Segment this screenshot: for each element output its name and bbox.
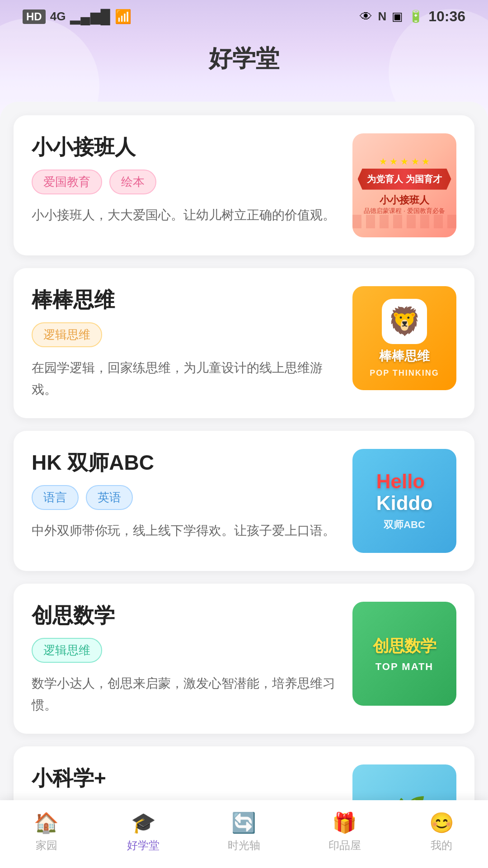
card-desc-popthink: 在园学逻辑，回家练思维，为儿童设计的线上思维游戏。 bbox=[32, 357, 339, 400]
study-icon: 🎓 bbox=[131, 811, 156, 835]
card-info-kiddo: HK 双师ABC 语言 英语 中外双师带你玩，线上线下学得欢。让孩子爱上口语。 bbox=[32, 449, 339, 542]
status-right: 👁 N ▣ 🔋 10:36 bbox=[360, 8, 465, 25]
status-time: 10:36 bbox=[428, 8, 465, 25]
star-row: ★ ★ ★ ★ ★ bbox=[379, 156, 430, 167]
nav-item-study[interactable]: 🎓 好学堂 bbox=[127, 811, 160, 853]
tag-luoji-math: 逻辑思维 bbox=[32, 638, 102, 663]
banner-ribbon: 为党育人 为国育才 bbox=[358, 169, 451, 190]
kiddo-text: Kiddo bbox=[376, 492, 433, 514]
status-bar: HD 4G ▂▄▆█ 📶 👁 N ▣ 🔋 10:36 bbox=[0, 0, 488, 29]
kiddo-sub: 双师ABC bbox=[384, 518, 425, 532]
home-icon: 🏠 bbox=[34, 811, 59, 835]
course-card-topmath[interactable]: 创思数学 逻辑思维 数学小达人，创思来启蒙，激发心智潜能，培养思维习惯。 创思数… bbox=[14, 584, 474, 734]
card-info-topmath: 创思数学 逻辑思维 数学小达人，创思来启蒙，激发心智潜能，培养思维习惯。 bbox=[32, 602, 339, 716]
nav-item-mine[interactable]: 😊 我的 bbox=[429, 811, 454, 853]
tag-luoji: 逻辑思维 bbox=[32, 322, 102, 347]
battery-icon: 🔋 bbox=[408, 9, 423, 24]
tag-aiguojiao: 爱国教育 bbox=[32, 170, 102, 194]
card-tags-topmath: 逻辑思维 bbox=[32, 638, 339, 663]
course-card-kiddo[interactable]: HK 双师ABC 语言 英语 中外双师带你玩，线上线下学得欢。让孩子爱上口语。 … bbox=[14, 431, 474, 571]
course-card-xiaojie[interactable]: 小小接班人 爱国教育 绘本 小小接班人，大大爱国心。让幼儿树立正确的价值观。 ★… bbox=[14, 115, 474, 255]
greatwall-decoration bbox=[352, 215, 456, 228]
network-badge: 4G bbox=[50, 9, 66, 24]
card-info-xiaojie: 小小接班人 爱国教育 绘本 小小接班人，大大爱国心。让幼儿树立正确的价值观。 bbox=[32, 133, 339, 226]
card-desc-topmath: 数学小达人，创思来启蒙，激发心智潜能，培养思维习惯。 bbox=[32, 673, 339, 716]
xiaojie-main-text: 小小接班人 bbox=[380, 193, 429, 207]
topmath-title: 创思数学 bbox=[373, 635, 436, 657]
nav-label-mine: 我的 bbox=[431, 838, 452, 853]
nav-item-home[interactable]: 🏠 家园 bbox=[34, 811, 59, 853]
timeline-icon: 🔄 bbox=[231, 811, 256, 835]
nav-label-study: 好学堂 bbox=[127, 838, 160, 853]
nav-item-timeline[interactable]: 🔄 时光轴 bbox=[228, 811, 260, 853]
card-title-xiaojie: 小小接班人 bbox=[32, 133, 339, 161]
tag-huiben: 绘本 bbox=[109, 170, 156, 194]
card-title-topmath: 创思数学 bbox=[32, 602, 339, 630]
xiaojie-sub-text: 品德启蒙课程 · 爱国教育必备 bbox=[364, 207, 445, 215]
card-desc-xiaojie: 小小接班人，大大爱国心。让幼儿树立正确的价值观。 bbox=[32, 204, 339, 226]
card-image-topmath: 创思数学 TOP MATH bbox=[352, 602, 456, 706]
course-card-popthink[interactable]: 棒棒思维 逻辑思维 在园学逻辑，回家练思维，为儿童设计的线上思维游戏。 🦁 棒棒… bbox=[14, 268, 474, 418]
card-tags-kiddo: 语言 英语 bbox=[32, 485, 339, 510]
bottom-nav: 🏠 家园 🎓 好学堂 🔄 时光轴 🎁 印品屋 😊 我的 bbox=[0, 800, 488, 868]
nav-item-shop[interactable]: 🎁 印品屋 bbox=[328, 811, 361, 853]
nav-label-timeline: 时光轴 bbox=[228, 838, 260, 853]
card-image-kiddo: Hello Kiddo 双师ABC bbox=[352, 449, 456, 553]
nfc-icon: N bbox=[378, 9, 386, 24]
topmath-sub: TOP MATH bbox=[375, 661, 433, 673]
card-desc-kiddo: 中外双师带你玩，线上线下学得欢。让孩子爱上口语。 bbox=[32, 520, 339, 542]
eye-icon: 👁 bbox=[360, 9, 372, 24]
mine-icon: 😊 bbox=[429, 811, 454, 835]
popthink-title: 棒棒思维 bbox=[379, 348, 430, 365]
card-info-popthink: 棒棒思维 逻辑思维 在园学逻辑，回家练思维，为儿童设计的线上思维游戏。 bbox=[32, 286, 339, 400]
signal-icon: ▂▄▆█ bbox=[70, 9, 110, 24]
card-image-popthink: 🦁 棒棒思维 POP THINKING bbox=[352, 286, 456, 390]
shop-icon: 🎁 bbox=[332, 811, 357, 835]
status-left: HD 4G ▂▄▆█ 📶 bbox=[23, 9, 131, 24]
card-title-science: 小科学+ bbox=[32, 764, 339, 793]
nav-label-shop: 印品屋 bbox=[328, 838, 361, 853]
card-title-popthink: 棒棒思维 bbox=[32, 286, 339, 314]
kiddo-hello: Hello Kiddo bbox=[376, 471, 433, 514]
tag-yuyan: 语言 bbox=[32, 485, 79, 510]
hello-text: Hello bbox=[376, 470, 425, 492]
wifi-icon: 📶 bbox=[115, 9, 131, 24]
page-title: 好学堂 bbox=[0, 29, 488, 93]
sim-icon: ▣ bbox=[392, 9, 403, 24]
hd-badge: HD bbox=[23, 9, 46, 24]
nav-label-home: 家园 bbox=[36, 838, 57, 853]
card-tags-xiaojie: 爱国教育 绘本 bbox=[32, 170, 339, 194]
card-tags-popthink: 逻辑思维 bbox=[32, 322, 339, 347]
card-title-kiddo: HK 双师ABC bbox=[32, 449, 339, 477]
card-image-xiaojie: ★ ★ ★ ★ ★ 为党育人 为国育才 小小接班人 品德启蒙课程 · 爱国教育必… bbox=[352, 133, 456, 237]
popthink-sub: POP THINKING bbox=[370, 368, 439, 378]
tag-yingyu: 英语 bbox=[86, 485, 133, 510]
lion-avatar: 🦁 bbox=[382, 299, 427, 344]
content-area: 小小接班人 爱国教育 绘本 小小接班人，大大爱国心。让幼儿树立正确的价值观。 ★… bbox=[0, 102, 488, 868]
